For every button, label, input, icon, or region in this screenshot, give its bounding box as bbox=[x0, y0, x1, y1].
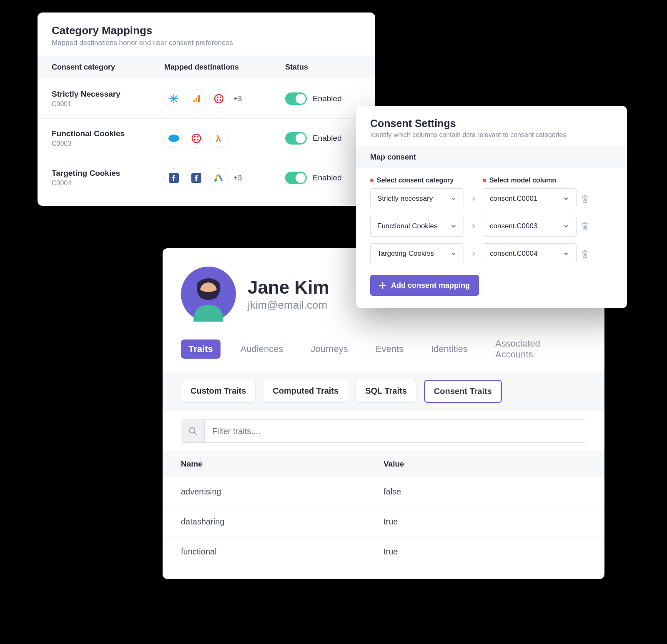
required-dot-icon bbox=[370, 179, 374, 182]
mappings-subtitle: Mapped destinations honor end user conse… bbox=[52, 39, 361, 47]
lambda-icon bbox=[209, 129, 228, 148]
twilio-icon bbox=[209, 89, 228, 108]
col-trait-value: Value bbox=[384, 459, 586, 469]
svg-point-11 bbox=[220, 100, 221, 101]
consent-settings-card: Consent Settings Identify which columns … bbox=[356, 106, 627, 308]
facebook-icon bbox=[187, 168, 206, 187]
column-select[interactable]: consent.C0001 bbox=[483, 188, 577, 209]
status-toggle[interactable] bbox=[285, 92, 307, 105]
plus-icon bbox=[379, 282, 386, 289]
svg-line-24 bbox=[194, 432, 196, 435]
mappings-table-header: Consent category Mapped destinations Sta… bbox=[38, 55, 375, 79]
analytics-icon bbox=[187, 89, 206, 108]
trait-filter-bar: Custom Traits Computed Traits SQL Traits… bbox=[163, 372, 604, 411]
tab-journeys[interactable]: Journeys bbox=[303, 339, 355, 359]
col-status: Status bbox=[285, 63, 361, 72]
tab-events[interactable]: Events bbox=[368, 339, 411, 359]
mappings-title: Category Mappings bbox=[52, 24, 361, 37]
svg-point-20 bbox=[214, 179, 217, 182]
mapping-row: Strictly Necessary C0001 +3 Enabled bbox=[38, 79, 375, 119]
google-ads-icon bbox=[209, 168, 228, 187]
category-select[interactable]: Strictly necessary bbox=[370, 188, 464, 209]
chevron-down-icon bbox=[449, 249, 459, 259]
category-mappings-card: Category Mappings Mapped destinations ho… bbox=[38, 12, 375, 206]
trait-row: advertising false bbox=[163, 477, 604, 507]
svg-point-8 bbox=[217, 97, 218, 98]
category-select[interactable]: Targeting Cookies bbox=[370, 243, 464, 264]
col-category: Consent category bbox=[52, 63, 164, 72]
chevron-down-icon bbox=[449, 194, 459, 204]
required-dot-icon bbox=[483, 179, 486, 182]
trait-row: functional true bbox=[163, 537, 604, 567]
column-select[interactable]: consent.C0004 bbox=[483, 243, 577, 264]
svg-point-15 bbox=[197, 136, 199, 138]
avatar bbox=[181, 267, 236, 322]
svg-point-7 bbox=[215, 95, 223, 103]
label-select-column: Select model column bbox=[483, 177, 577, 184]
trait-search-input[interactable] bbox=[205, 420, 586, 442]
svg-rect-6 bbox=[198, 95, 200, 102]
svg-point-17 bbox=[197, 139, 199, 141]
delete-mapping-button[interactable] bbox=[577, 194, 593, 203]
trait-name: datasharing bbox=[181, 517, 384, 527]
status-label: Enabled bbox=[313, 134, 342, 143]
mapping-row: Functional Cookies C0003 Enabled bbox=[38, 119, 375, 158]
search-icon[interactable] bbox=[181, 420, 205, 442]
svg-point-9 bbox=[220, 97, 221, 98]
trait-value: true bbox=[384, 517, 586, 527]
status-label: Enabled bbox=[313, 173, 342, 182]
delete-mapping-button[interactable] bbox=[577, 222, 593, 231]
svg-point-14 bbox=[194, 136, 196, 138]
status-toggle[interactable] bbox=[285, 132, 307, 145]
facebook-icon bbox=[164, 168, 183, 187]
add-consent-mapping-button[interactable]: Add consent mapping bbox=[370, 275, 479, 296]
arrow-right-icon bbox=[464, 251, 483, 257]
svg-point-10 bbox=[217, 100, 218, 101]
tab-traits[interactable]: Traits bbox=[181, 339, 221, 359]
category-id: C0001 bbox=[52, 100, 164, 108]
svg-rect-5 bbox=[196, 97, 197, 102]
profile-name: Jane Kim bbox=[248, 277, 329, 298]
delete-mapping-button[interactable] bbox=[577, 249, 593, 258]
arrow-right-icon bbox=[464, 196, 483, 202]
consent-map-row: Targeting Cookies consent.C0004 bbox=[370, 243, 613, 264]
category-name: Strictly Necessary bbox=[52, 90, 164, 99]
consent-subtitle: Identify which columns contain data rele… bbox=[370, 131, 613, 139]
svg-point-12 bbox=[168, 135, 179, 142]
svg-point-13 bbox=[192, 134, 201, 142]
snowflake-icon bbox=[164, 89, 183, 108]
chevron-down-icon bbox=[561, 221, 571, 231]
trait-name: advertising bbox=[181, 487, 384, 497]
filter-computed-traits[interactable]: Computed Traits bbox=[263, 380, 348, 403]
category-id: C0003 bbox=[52, 140, 164, 147]
mapping-row: Targeting Cookies C0004 +3 Enabled bbox=[38, 158, 375, 197]
column-select[interactable]: consent.C0003 bbox=[483, 216, 577, 237]
chevron-down-icon bbox=[449, 221, 459, 231]
trait-name: functional bbox=[181, 547, 384, 557]
col-dest: Mapped destinations bbox=[164, 63, 285, 72]
more-count: +3 bbox=[233, 95, 242, 103]
tab-audiences[interactable]: Audiences bbox=[233, 339, 291, 359]
status-label: Enabled bbox=[313, 94, 342, 103]
twilio-icon bbox=[187, 129, 206, 148]
consent-map-row: Strictly necessary consent.C0001 bbox=[370, 188, 613, 209]
tab-associated-accounts[interactable]: Associated Accounts bbox=[488, 334, 586, 364]
category-name: Functional Cookies bbox=[52, 129, 164, 138]
status-toggle[interactable] bbox=[285, 172, 307, 184]
more-count: +3 bbox=[233, 174, 242, 182]
category-id: C0004 bbox=[52, 180, 164, 187]
category-select[interactable]: Functional Cookies bbox=[370, 216, 464, 237]
svg-point-16 bbox=[194, 139, 196, 141]
category-name: Targeting Cookies bbox=[52, 169, 164, 178]
profile-tabs: Traits Audiences Journeys Events Identit… bbox=[163, 334, 604, 372]
filter-consent-traits[interactable]: Consent Traits bbox=[424, 380, 502, 403]
svg-rect-4 bbox=[193, 100, 195, 102]
chevron-down-icon bbox=[561, 194, 571, 204]
chevron-down-icon bbox=[561, 249, 571, 259]
trait-search bbox=[181, 419, 586, 443]
arrow-right-icon bbox=[464, 223, 483, 229]
map-consent-section: Map consent bbox=[356, 146, 627, 168]
tab-identities[interactable]: Identities bbox=[424, 339, 475, 359]
filter-custom-traits[interactable]: Custom Traits bbox=[181, 380, 256, 403]
filter-sql-traits[interactable]: SQL Traits bbox=[356, 380, 416, 403]
